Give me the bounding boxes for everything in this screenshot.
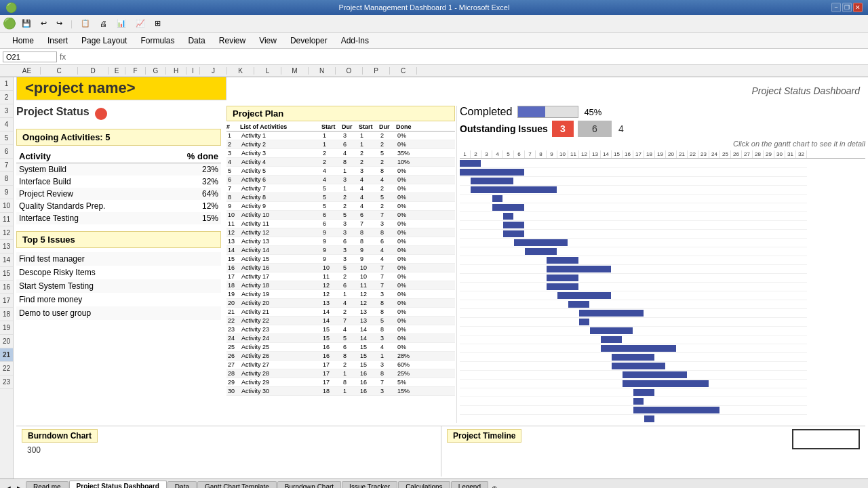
gantt-row[interactable] [460,300,807,309]
col-header-M[interactable]: M [281,67,309,75]
gantt-chart[interactable]: 1234567891011121314151617181920212223242… [460,150,865,423]
tab-nav-next[interactable]: ▶ [14,485,25,488]
gantt-row[interactable] [460,221,807,230]
gantt-row[interactable] [460,256,807,265]
row-num-10[interactable]: 10 [0,199,13,213]
row-num-1[interactable]: 1 [0,77,13,91]
col-header-N[interactable]: N [309,67,336,75]
col-header-L[interactable]: L [254,67,281,75]
toolbar-btn-2[interactable]: 🖨 [96,18,111,29]
gantt-row[interactable] [460,212,807,221]
gantt-row[interactable] [460,186,807,195]
row-num-20[interactable]: 20 [0,335,13,348]
gantt-row[interactable] [460,362,807,371]
row-num-8[interactable]: 8 [0,172,13,186]
row-num-23[interactable]: 23 [0,375,13,389]
restore-button[interactable]: ❐ [842,3,852,12]
gantt-row[interactable] [460,265,807,274]
col-header-AE[interactable]: AE [14,67,41,75]
row-num-7[interactable]: 7 [0,159,13,172]
row-num-19[interactable]: 19 [0,321,13,335]
gantt-row[interactable] [460,397,807,406]
row-num-11[interactable]: 11 [0,213,13,226]
col-header-G[interactable]: G [146,67,166,75]
col-header-H[interactable]: H [166,67,186,75]
toolbar-btn-5[interactable]: ⊞ [151,18,165,29]
gantt-row[interactable] [460,406,807,415]
gantt-row[interactable] [460,291,807,300]
menu-insert[interactable]: Insert [41,34,75,47]
col-header-O[interactable]: O [336,67,363,75]
row-num-17[interactable]: 17 [0,294,13,308]
row-num-2[interactable]: 2 [0,91,13,104]
tab-gantt[interactable]: Gantt Chart Template [197,481,277,488]
row-num-6[interactable]: 6 [0,145,13,159]
col-header-C2[interactable]: C [390,67,417,75]
tab-calculations[interactable]: Calculations [398,481,450,488]
row-num-18[interactable]: 18 [0,308,13,321]
tab-nav-prev[interactable]: ◀ [3,485,14,488]
gantt-row[interactable] [460,239,807,247]
menu-formulas[interactable]: Formulas [134,34,181,47]
menu-page-layout[interactable]: Page Layout [75,34,134,47]
row-num-15[interactable]: 15 [0,267,13,281]
gantt-row[interactable] [460,283,807,291]
col-header-J[interactable]: J [200,67,227,75]
row-num-5[interactable]: 5 [0,131,13,145]
row-num-3[interactable]: 3 [0,104,13,118]
gantt-row[interactable] [460,344,807,353]
menu-view[interactable]: View [252,34,283,47]
tab-issue-tracker[interactable]: Issue Tracker [342,481,397,488]
gantt-row[interactable] [460,177,807,186]
gantt-row[interactable] [460,415,807,423]
save-button[interactable]: 💾 [18,18,35,29]
row-num-14[interactable]: 14 [0,253,13,267]
toolbar-btn-1[interactable]: 📋 [77,18,94,29]
col-header-F[interactable]: F [125,67,146,75]
row-num-13[interactable]: 13 [0,240,13,253]
col-header-D[interactable]: D [78,67,108,75]
gantt-row[interactable] [460,327,807,336]
menu-developer[interactable]: Developer [283,34,334,47]
undo-button[interactable]: ↩ [37,18,51,29]
close-button[interactable]: ✕ [853,3,863,12]
menu-data[interactable]: Data [181,34,212,47]
row-num-4[interactable]: 4 [0,118,13,131]
new-sheet-icon[interactable]: ⊕ [492,485,497,488]
menu-home[interactable]: Home [5,34,41,47]
col-header-E[interactable]: E [108,67,125,75]
tab-project-status[interactable]: Project Status Dashboard [69,481,167,488]
toolbar-btn-4[interactable]: 📈 [132,18,149,29]
col-header-I[interactable]: I [186,67,200,75]
minimize-button[interactable]: − [831,3,841,12]
gantt-row[interactable] [460,380,807,388]
row-num-21[interactable]: 21 [0,348,13,362]
tab-data[interactable]: Data [167,481,197,488]
row-num-22[interactable]: 22 [0,362,13,375]
gantt-row[interactable] [460,159,807,168]
project-name-cell[interactable]: <project name> [16,77,226,100]
row-num-16[interactable]: 16 [0,281,13,294]
gantt-row[interactable] [460,371,807,380]
col-header-C[interactable]: C [41,67,78,75]
gantt-row[interactable] [460,388,807,397]
gantt-row[interactable] [460,195,807,203]
gantt-row[interactable] [460,274,807,283]
formula-input[interactable] [68,52,865,62]
cell-reference-input[interactable] [3,52,57,62]
gantt-row[interactable] [460,353,807,362]
col-header-K[interactable]: K [227,67,254,75]
gantt-row[interactable] [460,203,807,212]
gantt-row[interactable] [460,318,807,327]
redo-button[interactable]: ↪ [52,18,66,29]
menu-add-ins[interactable]: Add-Ins [334,34,376,47]
gantt-row[interactable] [460,168,807,177]
gantt-row[interactable] [460,309,807,318]
gantt-row[interactable] [460,247,807,256]
row-num-9[interactable]: 9 [0,186,13,199]
row-num-12[interactable]: 12 [0,226,13,240]
gantt-row[interactable] [460,230,807,239]
tab-read-me[interactable]: Read me [26,481,68,488]
tab-legend[interactable]: Legend [451,481,488,488]
col-header-P[interactable]: P [363,67,390,75]
